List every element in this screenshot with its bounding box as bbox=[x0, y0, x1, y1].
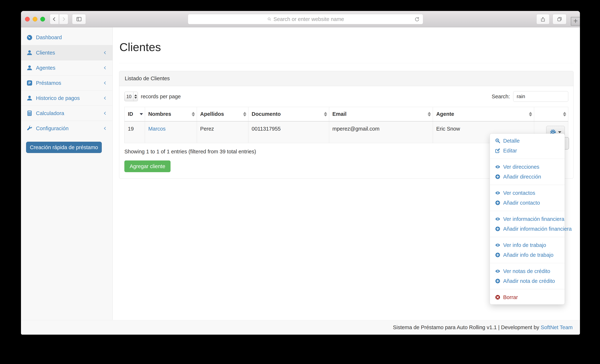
panel-title: Listado de Clientes bbox=[119, 71, 573, 86]
dashboard-icon bbox=[27, 35, 33, 41]
wrench-icon bbox=[27, 125, 33, 131]
column-header-email[interactable]: Email bbox=[329, 107, 433, 121]
client-name-link[interactable]: Marcos bbox=[148, 126, 166, 132]
browser-titlebar: Search or enter website name bbox=[21, 11, 580, 27]
stepper-arrows-icon[interactable] bbox=[133, 92, 138, 101]
column-header-documento[interactable]: Documento bbox=[248, 107, 329, 121]
eye-icon bbox=[495, 164, 500, 170]
user-icon bbox=[27, 50, 33, 56]
eye-icon bbox=[495, 269, 500, 274]
zoom-window-button[interactable] bbox=[40, 17, 45, 21]
column-header-nombres[interactable]: Nombres bbox=[145, 107, 197, 121]
title-divider bbox=[119, 63, 573, 63]
address-bar[interactable]: Search or enter website name bbox=[188, 14, 423, 24]
menu-item-ver-contactos[interactable]: Ver contactos bbox=[490, 188, 565, 198]
menu-item-ver-info-de-trabajo[interactable]: Ver info de trabajo bbox=[490, 240, 565, 250]
row-actions-menu: Detalle Editar Ver direcciones bbox=[490, 133, 565, 305]
share-button[interactable] bbox=[536, 14, 550, 24]
sidebar-item-clientes[interactable]: Clientes bbox=[21, 45, 112, 60]
eye-icon bbox=[495, 216, 500, 222]
footer-link[interactable]: SoftNet Team bbox=[541, 324, 573, 330]
share-icon bbox=[540, 16, 546, 22]
sort-icon bbox=[529, 112, 532, 116]
menu-item-anadir-info-de-trabajo[interactable]: Añadir info de trabajo bbox=[490, 250, 565, 260]
menu-item-ver-informacion-financiera[interactable]: Ver información financiera bbox=[490, 214, 565, 224]
caret-down-icon bbox=[558, 131, 561, 133]
cell-id: 19 bbox=[125, 121, 145, 143]
menu-divider bbox=[490, 289, 565, 289]
menu-item-anadir-direccion[interactable]: Añadir dirección bbox=[490, 172, 565, 182]
user-icon bbox=[27, 95, 33, 101]
new-tab-button[interactable]: + bbox=[571, 17, 580, 26]
menu-item-borrar[interactable]: Borrar bbox=[490, 292, 565, 302]
menu-divider bbox=[490, 237, 565, 237]
sidebar-item-configuracion[interactable]: Configuración bbox=[21, 121, 112, 136]
chevron-left-icon bbox=[103, 50, 107, 55]
sidebar-item-agentes[interactable]: Agentes bbox=[21, 60, 112, 75]
menu-item-anadir-nota-de-credito[interactable]: Añadir nota de crédito bbox=[490, 276, 565, 286]
column-header-apellidos[interactable]: Apellidos bbox=[197, 107, 248, 121]
sort-icon bbox=[192, 112, 195, 116]
search-label: Search: bbox=[492, 93, 510, 100]
sort-icon bbox=[243, 112, 246, 116]
sort-icon bbox=[324, 112, 327, 116]
sidebar-item-dashboard[interactable]: Dashboard bbox=[21, 30, 112, 45]
sidebar-item-label: Configuración bbox=[36, 125, 69, 131]
sidebar-item-label: Agentes bbox=[36, 65, 55, 71]
column-header-actions[interactable] bbox=[534, 107, 568, 121]
chevron-left-icon bbox=[103, 126, 107, 131]
menu-item-editar[interactable]: Editar bbox=[490, 146, 565, 156]
chevron-left-icon bbox=[103, 96, 107, 101]
cell-apellidos: Perez bbox=[197, 121, 248, 143]
screenshot-root: Search or enter website name bbox=[0, 0, 600, 364]
plus-circle-icon bbox=[495, 278, 500, 284]
close-window-button[interactable] bbox=[25, 17, 30, 21]
sidebar-item-historico-de-pagos[interactable]: Historico de pagos bbox=[21, 91, 112, 106]
menu-item-detalle[interactable]: Detalle bbox=[490, 136, 565, 146]
forward-button[interactable] bbox=[59, 14, 68, 24]
sidebar-item-label: Clientes bbox=[36, 50, 55, 56]
chevron-left-icon bbox=[103, 81, 107, 85]
page-title: Clientes bbox=[120, 40, 573, 54]
chevron-left-icon bbox=[52, 17, 57, 22]
plus-circle-icon bbox=[495, 200, 500, 205]
quick-loan-button[interactable]: Creación rápida de préstamo bbox=[26, 142, 102, 153]
search-icon bbox=[267, 17, 272, 21]
app-footer: Sistema de Préstamo para Auto Rolling v1… bbox=[21, 320, 580, 335]
search-input[interactable] bbox=[513, 91, 568, 102]
sidebar-item-prestamos[interactable]: P Préstamos bbox=[21, 75, 112, 91]
records-per-page: 10 records per page bbox=[124, 92, 181, 101]
chevron-right-icon bbox=[61, 17, 66, 22]
sidebar-item-label: Préstamos bbox=[36, 80, 61, 86]
browser-window: Search or enter website name bbox=[21, 11, 580, 335]
sidebar-item-label: Calculadora bbox=[36, 110, 64, 116]
sidebar-item-calculadora[interactable]: Calculadora bbox=[21, 106, 112, 121]
sidebar-item-label: Dashboard bbox=[36, 35, 62, 40]
tabs-icon bbox=[557, 16, 562, 22]
chevron-left-icon bbox=[103, 111, 107, 116]
plus-circle-icon bbox=[495, 226, 500, 232]
footer-text: Sistema de Préstamo para Auto Rolling v1… bbox=[393, 324, 539, 330]
add-client-button[interactable]: Agregar cliente bbox=[124, 160, 170, 172]
column-header-id[interactable]: ID bbox=[125, 107, 145, 121]
sort-icon bbox=[428, 112, 431, 116]
menu-item-anadir-contacto[interactable]: Añadir contacto bbox=[490, 198, 565, 208]
sort-icon bbox=[563, 112, 566, 116]
reload-button[interactable] bbox=[414, 16, 420, 24]
search-plus-icon bbox=[495, 138, 500, 143]
sidebar-toggle-button[interactable] bbox=[72, 14, 86, 24]
sidebar: Dashboard Clientes Agentes bbox=[21, 27, 113, 320]
minimize-window-button[interactable] bbox=[33, 17, 38, 21]
menu-item-ver-notas-de-credito[interactable]: Ver notas de crédito bbox=[490, 266, 565, 276]
menu-divider bbox=[490, 211, 565, 211]
times-circle-icon bbox=[495, 295, 500, 300]
menu-item-anadir-informacion-financiera[interactable]: Añadir información financiera bbox=[490, 224, 565, 234]
reload-icon bbox=[414, 16, 420, 22]
menu-item-ver-direcciones[interactable]: Ver direcciones bbox=[490, 162, 565, 172]
cell-email: mperez@gmail.com bbox=[329, 121, 433, 143]
records-per-page-stepper[interactable]: 10 bbox=[124, 92, 138, 101]
column-header-agente[interactable]: Agente bbox=[433, 107, 534, 121]
sidebar-item-label: Historico de pagos bbox=[36, 95, 80, 101]
back-button[interactable] bbox=[50, 14, 59, 24]
tab-overview-button[interactable] bbox=[553, 14, 566, 24]
